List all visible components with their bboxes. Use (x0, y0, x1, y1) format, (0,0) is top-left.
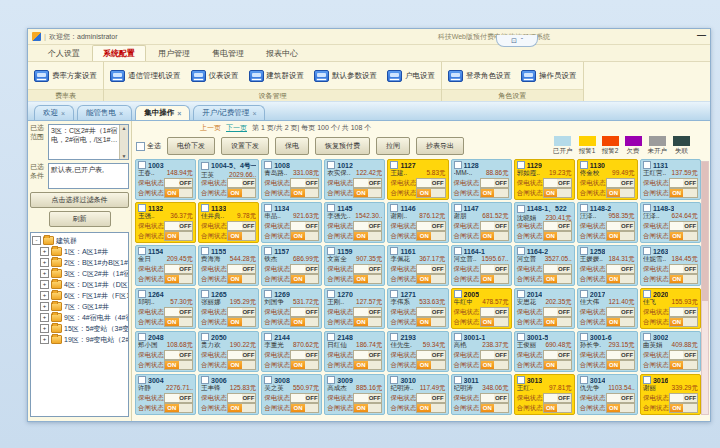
plus-box-icon[interactable]: + (40, 313, 49, 322)
card-checkbox[interactable] (454, 161, 462, 169)
meter-card[interactable]: 1161李佩花367.17元保电状态OFF合闸状态ON (387, 245, 448, 286)
scrollbar-thumb[interactable] (702, 162, 708, 301)
plus-box-icon[interactable]: + (40, 247, 49, 256)
switch-state-toggle[interactable]: ON (606, 360, 635, 370)
card-checkbox[interactable] (138, 290, 146, 298)
doc-tab-3[interactable]: 集中操作× (135, 105, 190, 120)
switch-state-toggle[interactable]: ON (164, 231, 193, 241)
power-protect-toggle[interactable]: OFF (669, 393, 698, 403)
meter-card[interactable]: 3010纪明涛..117.49元保电状态OFF合闸状态ON (387, 374, 448, 415)
refresh-button[interactable]: 刷新 (49, 211, 111, 227)
scroll-down-icon[interactable]: ▼ (122, 153, 127, 160)
switch-state-toggle[interactable]: ON (353, 360, 382, 370)
close-icon[interactable]: × (119, 110, 123, 117)
meter-card[interactable]: 3006王丰锋125.83元保电状态OFF合闸状态ON (198, 374, 259, 415)
ribbon-button-2-1[interactable]: 通信管理机设置 (110, 70, 181, 82)
card-checkbox[interactable] (264, 161, 272, 169)
power-protect-toggle[interactable]: OFF (480, 393, 509, 403)
switch-state-toggle[interactable]: ON (227, 188, 256, 198)
doc-tab-1[interactable]: 欢迎× (34, 105, 74, 120)
plus-box-icon[interactable]: + (40, 324, 49, 333)
switch-state-toggle[interactable]: ON (606, 231, 635, 241)
switch-state-toggle[interactable]: ON (480, 274, 509, 284)
meter-card[interactable]: 2017佳大伟121.40元保电状态OFF合闸状态ON (577, 288, 638, 329)
close-icon[interactable]: × (252, 110, 256, 117)
ribbon-tab-4[interactable]: 售电管理 (202, 46, 254, 61)
meter-card[interactable]: 2050贵力欢190.22元保电状态OFF合闸状态ON (198, 331, 259, 372)
switch-state-toggle[interactable]: ON (669, 403, 698, 413)
scroll-up-icon[interactable]: ▲ (122, 125, 127, 132)
switch-state-toggle[interactable]: ON (669, 188, 698, 198)
power-protect-toggle[interactable]: OFF (227, 221, 256, 231)
meter-card[interactable]: 1132玉强..36.37元保电状态OFF合闸状态ON (135, 202, 196, 243)
switch-state-toggle[interactable]: ON (543, 317, 572, 327)
meter-card[interactable]: 1003王春..148.94元保电状态OFF合闸状态ON (135, 159, 196, 200)
meter-card[interactable]: 1130佟金校99.49元保电状态OFF合闸状态ON (577, 159, 638, 200)
switch-state-toggle[interactable]: ON (416, 188, 445, 198)
switch-state-toggle[interactable]: ON (164, 403, 193, 413)
switch-state-toggle[interactable]: ON (290, 274, 319, 284)
meter-card[interactable]: 2005牛红中478.57元保电状态OFF合闸状态ON (451, 288, 512, 329)
toolbar-button-2[interactable]: 设置下发 (221, 137, 269, 155)
meter-card[interactable]: 1265张丽娜195.29元保电状态OFF合闸状态ON (198, 288, 259, 329)
switch-state-toggle[interactable]: ON (290, 231, 319, 241)
card-checkbox[interactable] (517, 247, 525, 255)
power-protect-toggle[interactable]: OFF (606, 264, 635, 274)
meter-card[interactable]: 3016谢丽339.29元保电状态OFF合闸状态ON (640, 374, 701, 415)
meter-card[interactable]: 3008吴之英550.97元保电状态OFF合闸状态ON (261, 374, 322, 415)
select-all-checkbox[interactable] (136, 142, 145, 151)
meter-card[interactable]: 1148-2汪泽..958.35元保电状态OFF合闸状态ON (577, 202, 638, 243)
power-protect-toggle[interactable]: OFF (416, 307, 445, 317)
expand-icon[interactable]: ⊡ (511, 37, 517, 45)
power-protect-toggle[interactable]: OFF (480, 307, 509, 317)
tree-item-1[interactable]: +1区：A区1#井 (32, 246, 127, 257)
card-checkbox[interactable] (517, 161, 525, 169)
switch-state-toggle[interactable]: ON (480, 317, 509, 327)
meter-card[interactable]: 1264邱明..57.30元保电状态OFF合闸状态ON (135, 288, 196, 329)
card-checkbox[interactable] (138, 333, 146, 341)
power-protect-toggle[interactable]: OFF (606, 350, 635, 360)
meter-card[interactable]: 3001-6孙长争.293.15元保电状态OFF合闸状态ON (577, 331, 638, 372)
power-protect-toggle[interactable]: OFF (227, 307, 256, 317)
card-checkbox[interactable] (201, 204, 209, 212)
switch-state-toggle[interactable]: ON (480, 360, 509, 370)
card-checkbox[interactable] (643, 376, 651, 384)
power-protect-toggle[interactable]: OFF (606, 393, 635, 403)
card-checkbox[interactable] (580, 333, 588, 341)
selected-range-listbox[interactable]: 3区：C区2#井（1#宿电，2#宿电，/区1#… ▲▼ (48, 124, 129, 160)
meter-card[interactable]: 3011纪明涛348.06元保电状态OFF合闸状态ON (451, 374, 512, 415)
tree-item-6[interactable]: +7区：G区1#井 (32, 301, 127, 312)
next-page-link[interactable]: 下一页 (226, 123, 247, 133)
plus-box-icon[interactable]: + (40, 291, 49, 300)
card-checkbox[interactable] (580, 161, 588, 169)
power-protect-toggle[interactable]: OFF (543, 307, 572, 317)
switch-state-toggle[interactable]: ON (543, 360, 572, 370)
meter-card[interactable]: 1012衣实保..122.42元保电状态OFF合闸状态ON (324, 159, 385, 200)
switch-state-toggle[interactable]: ON (416, 360, 445, 370)
card-checkbox[interactable] (327, 161, 335, 169)
meter-card[interactable]: 2014安思花202.35元保电状态OFF合闸状态ON (514, 288, 575, 329)
power-protect-toggle[interactable]: OFF (164, 393, 193, 403)
switch-state-toggle[interactable]: ON (290, 188, 319, 198)
power-protect-toggle[interactable]: OFF (227, 178, 256, 188)
meter-card[interactable]: 1148-1、522沈晓娟230.41元保电状态OFF合闸状态ON (514, 202, 575, 243)
ribbon-button-2-4[interactable]: 默认参数设置 (314, 70, 377, 82)
doc-tab-4[interactable]: 开户/记费管理× (193, 105, 265, 120)
card-checkbox[interactable] (327, 333, 335, 341)
meter-card[interactable]: 1263佳妮雪..184.45元保电状态OFF合闸状态ON (640, 245, 701, 286)
power-protect-toggle[interactable]: OFF (353, 393, 382, 403)
power-protect-toggle[interactable]: OFF (669, 307, 698, 317)
switch-state-toggle[interactable]: ON (543, 188, 572, 198)
card-checkbox[interactable] (138, 247, 146, 255)
meter-card[interactable]: 1148-3汪泽..624.64元保电状态OFF合闸状态ON (640, 202, 701, 243)
meter-card[interactable]: 1131王红营..137.59元保电状态OFF合闸状态ON (640, 159, 701, 200)
power-protect-toggle[interactable]: OFF (164, 307, 193, 317)
switch-state-toggle[interactable]: ON (606, 188, 635, 198)
switch-state-toggle[interactable]: ON (606, 317, 635, 327)
meter-card[interactable]: 1271李伟系533.63元保电状态OFF合闸状态ON (387, 288, 448, 329)
switch-state-toggle[interactable]: ON (164, 188, 193, 198)
tree-item-8[interactable]: +15区：5#变站（3#变 (32, 323, 127, 334)
tree-item-5[interactable]: +6区：F区1#井（F区1# (32, 290, 127, 301)
power-protect-toggle[interactable]: OFF (227, 350, 256, 360)
card-checkbox[interactable] (201, 376, 209, 384)
